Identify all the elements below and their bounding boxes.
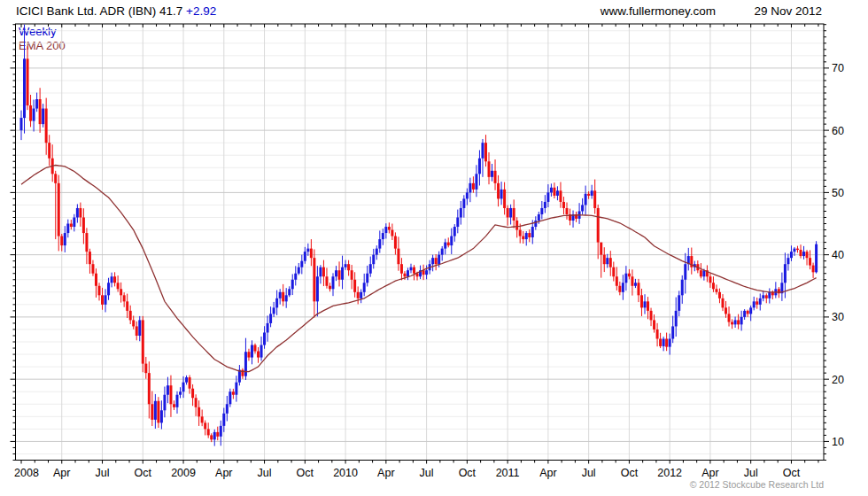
candle-down	[447, 243, 450, 246]
candle-up	[345, 264, 347, 267]
candle-up	[550, 188, 553, 193]
candle-down	[600, 243, 602, 255]
candle-down	[329, 286, 331, 290]
candle-up	[176, 395, 179, 407]
y-axis-label: 50	[832, 187, 844, 199]
candle-up	[491, 171, 493, 177]
candle-down	[98, 286, 101, 296]
x-axis-label: 2008	[14, 467, 39, 479]
candle-up	[316, 276, 319, 301]
candle-up	[540, 208, 543, 214]
candle-up	[743, 311, 746, 317]
candle-up	[591, 190, 593, 196]
candle-down	[169, 385, 172, 404]
candle-up	[787, 258, 789, 264]
candle-up	[462, 198, 465, 208]
candle-down	[484, 143, 487, 161]
candle-down	[91, 264, 94, 274]
candle-up	[671, 326, 674, 338]
candle-down	[123, 295, 126, 301]
candle-up	[410, 267, 413, 271]
candle-down	[515, 221, 518, 230]
y-axis-label: 30	[832, 311, 844, 323]
candle-up	[222, 414, 225, 426]
y-axis-label: 20	[832, 374, 844, 386]
candle-up	[669, 338, 671, 346]
x-axis-label: Oct	[621, 467, 639, 479]
x-axis-label: 2012	[657, 467, 682, 479]
candle-down	[400, 264, 403, 274]
candle-down	[640, 295, 643, 307]
candle-up	[382, 233, 384, 239]
candle-down	[756, 301, 758, 305]
candle-down	[45, 109, 48, 143]
candle-down	[665, 338, 668, 346]
candle-down	[189, 377, 191, 389]
candle-down	[117, 283, 120, 289]
candle-down	[391, 230, 393, 236]
candle-down	[725, 307, 727, 314]
candle-down	[812, 266, 815, 273]
candle-up	[226, 404, 229, 414]
candle-up	[163, 395, 166, 411]
candle-up	[478, 159, 481, 174]
candle-down	[257, 352, 260, 358]
candle-up	[675, 311, 678, 327]
candle-down	[151, 404, 153, 420]
candle-up	[73, 217, 75, 227]
candle-up	[376, 249, 378, 255]
candle-up	[544, 202, 546, 208]
candle-up	[111, 276, 113, 283]
candle-up	[663, 338, 665, 345]
candle-up	[634, 283, 637, 286]
x-axis-label: Apr	[377, 467, 394, 479]
candle-down	[58, 183, 60, 236]
candle-up	[235, 383, 237, 395]
candle-up	[341, 267, 344, 280]
candle-up	[300, 261, 303, 267]
candle-down	[472, 183, 475, 190]
candle-up	[154, 401, 157, 420]
candle-down	[497, 183, 500, 199]
x-axis-label: Apr	[53, 467, 70, 479]
candle-down	[204, 422, 206, 429]
candle-up	[378, 239, 381, 249]
candle-up	[681, 280, 684, 296]
candle-down	[325, 276, 328, 286]
x-axis-label: Apr	[539, 467, 556, 479]
candle-up	[702, 270, 705, 276]
candle-down	[198, 407, 200, 417]
candle-down	[85, 233, 88, 252]
candle-up	[360, 292, 362, 298]
candle-down	[353, 280, 356, 292]
candle-down	[709, 276, 711, 283]
y-axis-label: 40	[832, 249, 844, 261]
candle-up	[372, 255, 375, 265]
candle-down	[715, 289, 717, 292]
candle-up	[298, 267, 300, 274]
candle-up	[453, 227, 456, 236]
x-axis-label: Oct	[297, 467, 314, 479]
candle-down	[659, 338, 662, 345]
candle-up	[213, 432, 216, 439]
candle-down	[27, 58, 29, 105]
candle-up	[332, 276, 335, 289]
candle-down	[650, 311, 653, 321]
candle-down	[129, 311, 132, 321]
candle-down	[351, 270, 353, 280]
candle-down	[95, 274, 97, 286]
candle-down	[39, 99, 42, 124]
candle-down	[513, 208, 515, 221]
candle-up	[678, 295, 680, 311]
candle-down	[628, 274, 631, 277]
candle-down	[507, 208, 509, 218]
candle-down	[559, 190, 562, 202]
candle-up	[229, 391, 231, 404]
y-axis-label: 60	[832, 125, 844, 137]
candle-down	[562, 202, 565, 208]
candle-up	[534, 221, 537, 227]
candle-down	[503, 190, 506, 208]
candle-up	[425, 270, 428, 275]
candle-down	[528, 233, 531, 237]
candle-down	[313, 258, 315, 301]
